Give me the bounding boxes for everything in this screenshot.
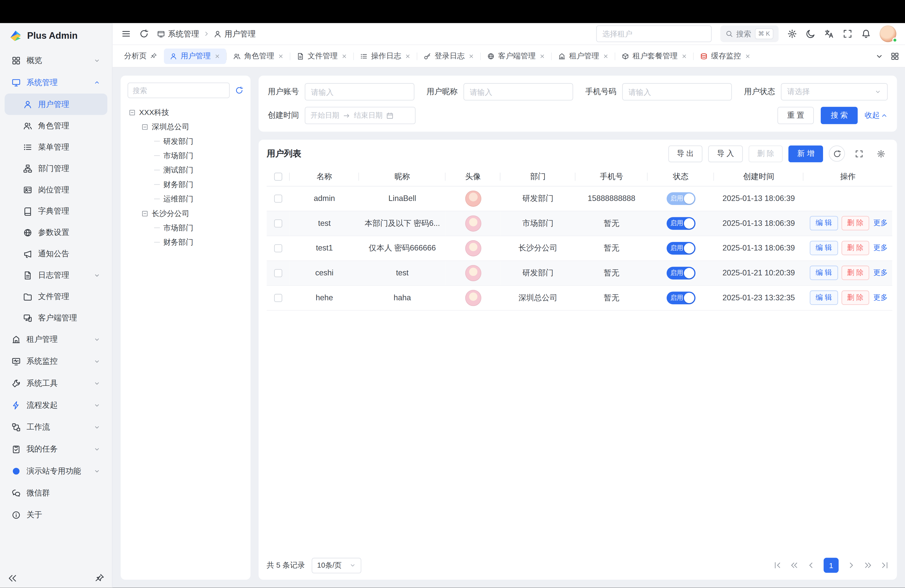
delete-button[interactable]: 删 除 bbox=[841, 291, 869, 305]
next-page-button[interactable] bbox=[847, 561, 855, 569]
refresh-page-button[interactable] bbox=[139, 29, 149, 39]
reset-button[interactable]: 重 置 bbox=[777, 107, 814, 124]
row-checkbox[interactable] bbox=[274, 219, 282, 227]
sidebar-item[interactable]: 日志管理 bbox=[5, 265, 107, 286]
close-tab-button[interactable] bbox=[603, 53, 609, 59]
tab-item[interactable]: 缓存监控 bbox=[694, 48, 757, 64]
export-button[interactable]: 导 出 bbox=[668, 145, 703, 162]
status-toggle[interactable]: 启用 bbox=[667, 267, 695, 280]
table-fullscreen-button[interactable] bbox=[851, 146, 867, 162]
sidebar-item[interactable]: 菜单管理 bbox=[5, 136, 107, 158]
more-button[interactable]: 更多 bbox=[873, 293, 888, 301]
page-size-select[interactable]: 10条/页 bbox=[312, 558, 362, 573]
select-all-checkbox[interactable] bbox=[274, 173, 282, 181]
tab-item[interactable]: 角色管理 bbox=[227, 48, 290, 64]
delete-button[interactable]: 删 除 bbox=[841, 241, 869, 255]
tab-item[interactable]: 租户管理 bbox=[552, 48, 614, 64]
prev-page-button[interactable] bbox=[807, 561, 815, 569]
global-search[interactable]: 搜索 ⌘ K bbox=[720, 25, 778, 42]
pin-tab-button[interactable] bbox=[150, 52, 157, 60]
tab-item[interactable]: 租户套餐管理 bbox=[616, 48, 693, 64]
edit-button[interactable]: 编 辑 bbox=[810, 241, 838, 255]
row-checkbox[interactable] bbox=[274, 294, 282, 302]
tab-item[interactable]: 用户管理 bbox=[164, 48, 226, 64]
sidebar-item[interactable]: 文件管理 bbox=[5, 286, 107, 307]
sidebar-item[interactable]: 工作流 bbox=[5, 416, 107, 438]
tenant-select[interactable]: 选择租户 bbox=[596, 25, 711, 42]
current-page-button[interactable]: 1 bbox=[824, 558, 838, 573]
sidebar-item[interactable]: 角色管理 bbox=[5, 115, 107, 136]
collapse-sidebar-button[interactable] bbox=[8, 573, 17, 583]
sidebar-item[interactable]: 岗位管理 bbox=[5, 179, 107, 200]
column-header[interactable]: 创建时间 bbox=[714, 167, 803, 186]
close-tab-button[interactable] bbox=[214, 53, 221, 59]
more-button[interactable]: 更多 bbox=[873, 269, 888, 277]
breadcrumb-item[interactable]: 用户管理 bbox=[213, 29, 256, 39]
sidebar-item[interactable]: 客户端管理 bbox=[5, 307, 107, 329]
import-button[interactable]: 导 入 bbox=[708, 145, 743, 162]
dark-mode-toggle[interactable] bbox=[806, 29, 816, 39]
more-button[interactable]: 更多 bbox=[873, 219, 888, 227]
fullscreen-button[interactable] bbox=[843, 29, 853, 39]
sidebar-item[interactable]: 系统监控 bbox=[5, 351, 107, 372]
close-tab-button[interactable] bbox=[745, 53, 751, 59]
column-header[interactable]: 名称 bbox=[290, 167, 359, 186]
last-page-button[interactable] bbox=[881, 561, 889, 569]
tree-node[interactable]: 市场部门 bbox=[127, 221, 243, 235]
column-header[interactable]: 头像 bbox=[445, 167, 500, 186]
row-checkbox[interactable] bbox=[274, 245, 282, 253]
tree-node[interactable]: 研发部门 bbox=[127, 134, 243, 148]
tree-node[interactable]: 长沙分公司 bbox=[127, 206, 243, 221]
batch-delete-button[interactable]: 删 除 bbox=[748, 145, 783, 162]
tree-refresh-button[interactable] bbox=[235, 86, 243, 95]
search-button[interactable]: 搜 索 bbox=[821, 107, 858, 124]
tree-node[interactable]: XXX科技 bbox=[127, 105, 243, 119]
column-header[interactable]: 状态 bbox=[648, 167, 714, 186]
filter-input[interactable] bbox=[622, 83, 732, 100]
close-tab-button[interactable] bbox=[681, 53, 687, 59]
add-button[interactable]: 新 增 bbox=[789, 145, 823, 162]
next-jump-button[interactable] bbox=[864, 561, 872, 569]
table-settings-button[interactable] bbox=[873, 146, 889, 162]
collapse-filters-link[interactable]: 收起 bbox=[865, 110, 888, 121]
status-toggle[interactable]: 启用 bbox=[667, 217, 695, 230]
sidebar-item[interactable]: 系统工具 bbox=[5, 372, 107, 394]
menu-toggle-button[interactable] bbox=[121, 29, 131, 39]
edit-button[interactable]: 编 辑 bbox=[810, 291, 838, 305]
filter-input[interactable] bbox=[464, 83, 573, 100]
tree-search-input[interactable] bbox=[127, 83, 230, 98]
tabs-layout-button[interactable] bbox=[891, 52, 899, 60]
language-toggle[interactable] bbox=[824, 29, 834, 39]
close-tab-button[interactable] bbox=[468, 53, 475, 59]
tab-item[interactable]: 文件管理 bbox=[291, 48, 353, 64]
pin-sidebar-button[interactable] bbox=[95, 573, 105, 583]
prev-jump-button[interactable] bbox=[790, 561, 798, 569]
column-header[interactable]: 手机号 bbox=[575, 167, 648, 186]
tree-node[interactable]: 财务部门 bbox=[127, 235, 243, 249]
first-page-button[interactable] bbox=[773, 561, 781, 569]
sidebar-item[interactable]: 关于 bbox=[5, 504, 107, 526]
column-header[interactable]: 部门 bbox=[500, 167, 575, 186]
status-toggle[interactable]: 启用 bbox=[667, 291, 695, 304]
tree-node[interactable]: 财务部门 bbox=[127, 177, 243, 192]
column-header[interactable]: 操作 bbox=[803, 167, 892, 186]
edit-button[interactable]: 编 辑 bbox=[810, 216, 838, 230]
user-avatar[interactable] bbox=[880, 25, 897, 42]
tree-node[interactable]: 市场部门 bbox=[127, 148, 243, 163]
tab-item[interactable]: 操作日志 bbox=[354, 48, 417, 64]
sidebar-item[interactable]: 微信群 bbox=[5, 482, 107, 504]
breadcrumb-item[interactable]: 系统管理 bbox=[157, 29, 199, 39]
filter-input[interactable] bbox=[305, 83, 414, 100]
column-header[interactable]: 昵称 bbox=[359, 167, 445, 186]
tab-item[interactable]: 登录日志 bbox=[418, 48, 480, 64]
status-toggle[interactable]: 启用 bbox=[667, 192, 695, 205]
close-tab-button[interactable] bbox=[278, 53, 284, 59]
sidebar-item[interactable]: 系统管理 bbox=[5, 72, 107, 94]
sidebar-item[interactable]: 用户管理 bbox=[5, 94, 107, 115]
tab-item[interactable]: 分析页 bbox=[118, 48, 163, 64]
tab-item[interactable]: 客户端管理 bbox=[481, 48, 551, 64]
table-refresh-button[interactable] bbox=[829, 146, 845, 162]
close-tab-button[interactable] bbox=[341, 53, 348, 59]
sidebar-item[interactable]: 字典管理 bbox=[5, 200, 107, 222]
row-checkbox[interactable] bbox=[274, 195, 282, 203]
